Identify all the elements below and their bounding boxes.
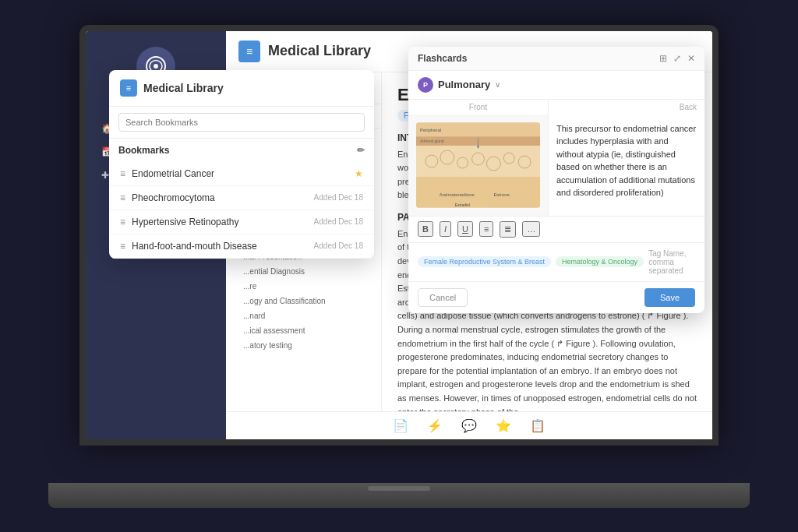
bp-item-date-4: Added Dec 18 [314, 241, 363, 250]
bp-item-name-3: Hypertensive Retinopathy [132, 217, 238, 227]
bp-search-input[interactable] [118, 113, 365, 132]
bp-bookmarks-label: Bookmarks ✏ [109, 139, 374, 162]
svg-text:Estrone: Estrone [493, 192, 510, 196]
close-icon[interactable]: ✕ [687, 53, 695, 64]
flashcard-button[interactable]: ⚡ [427, 418, 443, 433]
fc-cancel-button[interactable]: Cancel [418, 288, 468, 307]
flashcard-panel: Flashcards ⊞ ⤢ ✕ P Pulmonary ∨ Front Bac… [408, 47, 704, 313]
plus-icon: ✚ [101, 170, 109, 181]
sub-item-9[interactable]: ...ogy and Classification [226, 294, 381, 308]
bp-menu-icon: ≡ [120, 79, 137, 97]
fc-save-button[interactable]: Save [644, 288, 695, 307]
starred-icon: ★ [355, 168, 363, 179]
bp-item-name-2: Pheochromocytoma [132, 192, 215, 203]
fc-card-back-text: This precursor to endometrial cancer inc… [556, 122, 697, 199]
italic-button[interactable]: I [440, 221, 451, 237]
app-screen: USMLE Step1 🏠 Welcome 📅 Study Plan ✚ Cre… [86, 31, 712, 439]
fc-subject: P Pulmonary ∨ [408, 71, 704, 100]
fc-subject-name: Pulmonary [438, 79, 490, 90]
bp-item-icon-1: ≡ [120, 168, 125, 179]
svg-point-1 [154, 64, 158, 69]
bp-item-date-3: Added Dec 18 [314, 217, 363, 226]
svg-rect-7 [416, 176, 540, 207]
expand-icon[interactable]: ⤢ [673, 53, 681, 64]
fc-actions: Cancel Save [408, 282, 704, 313]
bp-item-1: ≡ Endometrial Cancer ★ [109, 162, 374, 186]
bp-search [109, 107, 374, 139]
bp-item-icon-3: ≡ [120, 217, 125, 227]
fc-panel-title: Flashcards [418, 53, 467, 64]
bp-item-date-2: Added Dec 18 [314, 193, 363, 202]
fc-subject-badge: P [418, 77, 433, 93]
fc-back-label: Back [549, 100, 704, 115]
fc-labels-row: Front Back [408, 100, 704, 115]
fc-tag-2: Hematology & Oncology [556, 256, 644, 267]
more-format-button[interactable]: … [522, 221, 540, 237]
svg-rect-6 [416, 146, 540, 177]
grid-icon[interactable]: ⊞ [659, 53, 667, 64]
fc-tag-input[interactable]: Tag Name, comma separated [648, 249, 695, 275]
svg-text:Androstenedione: Androstenedione [440, 192, 475, 196]
bp-edit-icon[interactable]: ✏ [357, 145, 365, 156]
fc-format-bar: B I U ≡ ≣ … [408, 216, 704, 243]
bp-item-3: ≡ Hypertensive Retinopathy Added Dec 18 [109, 210, 374, 234]
underline-button[interactable]: U [457, 221, 473, 237]
svg-text:Adrenal gland: Adrenal gland [420, 139, 444, 143]
library-title: Medical Library [268, 43, 371, 59]
library-menu-icon[interactable]: ≡ [238, 41, 260, 62]
bookmark-panel: ≡ Medical Library Bookmarks ✏ ≡ Endometr… [109, 70, 374, 259]
fc-tag-1: Female Reproductive System & Breast [418, 256, 551, 267]
ordered-list-button[interactable]: ≣ [500, 221, 516, 238]
fc-card-area: Peripheral Adrenal gland Androstenedione… [408, 115, 704, 216]
fc-card-back: This precursor to endometrial cancer inc… [549, 115, 704, 216]
bp-header: ≡ Medical Library [109, 70, 374, 107]
bp-title: Medical Library [143, 82, 224, 94]
bp-item-4: ≡ Hand-foot-and-mouth Disease Added Dec … [109, 234, 374, 259]
sub-item-12[interactable]: ...atory testing [226, 338, 381, 353]
notes-button[interactable]: 📄 [393, 418, 408, 433]
bp-item-icon-2: ≡ [120, 192, 125, 203]
laptop-container: USMLE Step1 🏠 Welcome 📅 Study Plan ✚ Cre… [48, 25, 750, 508]
svg-text:Estradiol: Estradiol [455, 203, 470, 206]
fc-diagram: Peripheral Adrenal gland Androstenedione… [416, 122, 540, 208]
laptop-screen: USMLE Step1 🏠 Welcome 📅 Study Plan ✚ Cre… [79, 25, 719, 446]
sub-item-7[interactable]: ...ential Diagnosis [226, 264, 381, 279]
svg-text:Peripheral: Peripheral [420, 128, 441, 132]
report-button[interactable]: 📋 [530, 418, 546, 433]
bookmark-button[interactable]: ⭐ [496, 418, 511, 433]
bp-item-2: ≡ Pheochromocytoma Added Dec 18 [109, 186, 374, 210]
fc-tags-row: Female Reproductive System & Breast Hema… [408, 243, 704, 282]
bp-item-name-4: Hand-foot-and-mouth Disease [132, 241, 257, 252]
sub-item-10[interactable]: ...nard [226, 308, 381, 323]
fc-header-icons: ⊞ ⤢ ✕ [659, 53, 695, 64]
bp-item-icon-4: ≡ [120, 241, 125, 252]
fc-subject-arrow: ∨ [495, 80, 500, 89]
fc-header: Flashcards ⊞ ⤢ ✕ [408, 47, 704, 71]
sub-item-11[interactable]: ...ical assessment [226, 323, 381, 338]
discuss-button[interactable]: 💬 [461, 418, 477, 433]
bp-item-name-1: Endometrial Cancer [132, 168, 214, 179]
list-button[interactable]: ≡ [479, 221, 493, 237]
sub-item-8[interactable]: ...re [226, 279, 381, 294]
fc-card-image: Peripheral Adrenal gland Androstenedione… [408, 115, 549, 216]
bold-button[interactable]: B [418, 221, 433, 237]
fc-front-label: Front [408, 100, 549, 115]
bottom-toolbar: 📄 ⚡ 💬 ⭐ 📋 [226, 411, 712, 439]
laptop-base [48, 483, 750, 508]
